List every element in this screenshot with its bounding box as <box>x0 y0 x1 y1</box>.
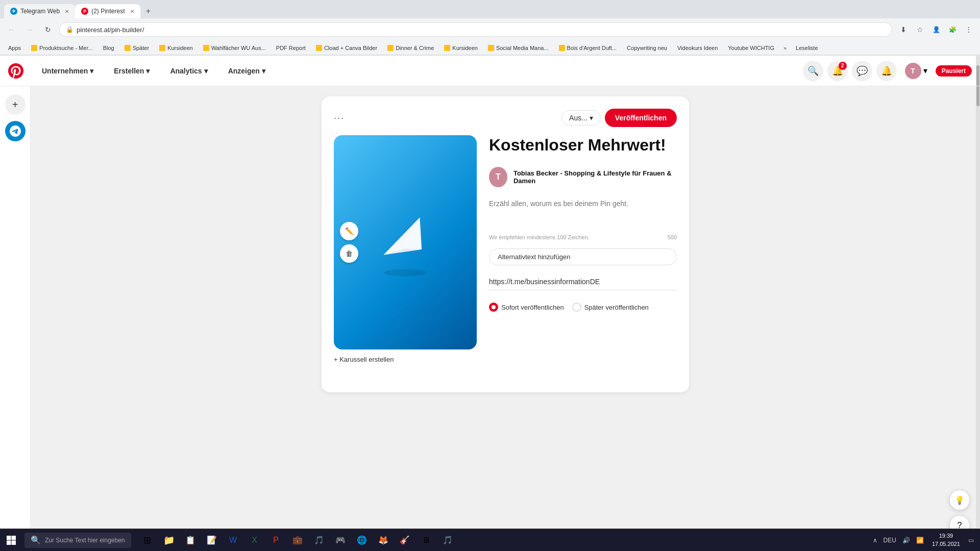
nav-erstellen-label: Erstellen <box>114 67 144 75</box>
sidebar-telegram-button[interactable] <box>5 121 26 141</box>
updates-button[interactable]: 🔔 <box>876 61 897 81</box>
nav-unternehmen-arrow: ▾ <box>90 67 93 75</box>
chrome-menu-button[interactable]: ⋮ <box>962 22 976 37</box>
taskbar-app10[interactable]: 🦊 <box>373 529 394 552</box>
scrollbar[interactable] <box>976 55 980 529</box>
publish-select-arrow: ▾ <box>590 114 593 122</box>
extensions-button[interactable]: 🧩 <box>945 22 960 37</box>
sidebar-add-button[interactable]: + <box>5 94 26 115</box>
bookmark-social[interactable]: Social Media Mana... <box>484 44 553 52</box>
taskbar-app2[interactable]: 📝 <box>202 529 222 552</box>
taskbar-app5[interactable]: P <box>266 529 286 552</box>
nav-erstellen-arrow: ▾ <box>146 67 150 75</box>
bookmark-kursideen2[interactable]: Kursideen <box>440 44 482 52</box>
taskbar-search[interactable]: 🔍 Zur Suche Text hier eingeben <box>24 533 131 548</box>
spater-radio[interactable] <box>572 303 581 312</box>
back-button[interactable]: ← <box>4 22 18 37</box>
browser-actions: ⬇ ☆ 👤 🧩 ⋮ <box>896 22 976 37</box>
new-tab-button[interactable]: + <box>142 5 155 17</box>
taskbar-app4[interactable]: X <box>244 529 265 552</box>
bookmark-spater[interactable]: Später <box>120 44 153 52</box>
nav-anzeigen[interactable]: Anzeigen ▾ <box>222 63 272 79</box>
nav-analytics-label: Analytics <box>170 67 202 75</box>
publish-select[interactable]: Aus... ▾ <box>561 110 601 126</box>
bookmark-blog[interactable]: Blog <box>99 44 118 52</box>
tab-pinterest[interactable]: P (2) Pinterest ✕ <box>75 4 140 18</box>
taskbar-app6[interactable]: 💼 <box>287 529 308 552</box>
taskbar-search-text: Zur Suche Text hier eingeben <box>45 537 125 544</box>
profile-button[interactable]: T ▾ <box>901 61 932 81</box>
taskbar-app12[interactable]: 🖥 <box>416 529 436 552</box>
folder-icon <box>159 45 165 51</box>
pinterest-logo[interactable] <box>8 63 23 79</box>
card-menu-button[interactable]: ··· <box>334 113 345 123</box>
folder-icon <box>125 45 131 51</box>
taskbar-app8[interactable]: 🎮 <box>330 529 351 552</box>
bookmark-dinner[interactable]: Dinner & Crime <box>383 44 438 52</box>
pinterest-app: Unternehmen ▾ Erstellen ▾ Analytics ▾ An… <box>0 56 980 551</box>
taskbar-clock[interactable]: 19:39 17.05.2021 <box>928 530 964 550</box>
sofort-option[interactable]: Sofort veröffentlichen <box>489 303 564 312</box>
taskbar-app9[interactable]: 🌐 <box>352 529 372 552</box>
task-view-button[interactable]: ⊞ <box>137 529 158 552</box>
download-button[interactable]: ⬇ <box>896 22 911 37</box>
folder-icon <box>31 45 37 51</box>
delete-image-button[interactable]: 🗑 <box>340 244 358 263</box>
start-button[interactable] <box>0 529 22 552</box>
taskbar-time-display: 19:39 <box>932 532 960 540</box>
bookmark-label: Videokurs Ideen <box>677 45 718 51</box>
board-name: Tobias Becker - Shopping & Lifestyle für… <box>513 169 677 185</box>
bookmark-youtube[interactable]: Youtube WICHTIG <box>724 44 778 52</box>
bookmark-apps[interactable]: Apps <box>4 44 25 52</box>
bookmark-apps-label: Apps <box>8 45 21 51</box>
svg-marker-1 <box>377 217 434 267</box>
card-actions: Aus... ▾ Veröffentlichen <box>561 109 677 127</box>
bookmark-videokurs[interactable]: Videokurs Ideen <box>673 44 722 52</box>
forward-button[interactable]: → <box>22 22 37 37</box>
messages-button[interactable]: 💬 <box>852 61 872 81</box>
bookmark-kursideen[interactable]: Kursideen <box>155 44 197 52</box>
taskbar-app11[interactable]: 🎸 <box>395 529 415 552</box>
bookmark-leseliste[interactable]: Leseliste <box>792 44 822 52</box>
bookmark-pdf[interactable]: PDF Report <box>272 44 310 52</box>
nav-analytics[interactable]: Analytics ▾ <box>164 63 213 79</box>
description-input[interactable] <box>489 199 677 230</box>
board-selector[interactable]: T Tobias Becker - Shopping & Lifestyle f… <box>489 163 677 191</box>
edit-image-button[interactable]: ✏️ <box>340 222 358 240</box>
tab-pinterest-close[interactable]: ✕ <box>130 9 134 14</box>
taskbar-app13[interactable]: 🎵 <box>437 529 458 552</box>
notifications-button[interactable]: 🔔 2 <box>827 61 848 81</box>
pin-image: ✏️ 🗑 <box>334 135 477 349</box>
nav-erstellen[interactable]: Erstellen ▾ <box>108 63 156 79</box>
taskbar-app1[interactable]: 📋 <box>180 529 201 552</box>
publish-button[interactable]: Veröffentlichen <box>605 109 677 127</box>
bookmark-cload[interactable]: Cload + Canva Bilder <box>312 44 381 52</box>
show-desktop[interactable]: ▭ <box>966 536 976 545</box>
profile-chrome-button[interactable]: 👤 <box>929 22 943 37</box>
folder-icon <box>444 45 450 51</box>
bookmark-button[interactable]: ☆ <box>913 22 927 37</box>
taskbar-app7[interactable]: 🎵 <box>309 529 329 552</box>
bookmark-produktsuche[interactable]: Produktsuche - Mer... <box>27 44 97 52</box>
file-explorer-button[interactable]: 📁 <box>159 529 179 552</box>
tab-telegram-close[interactable]: ✕ <box>65 9 69 14</box>
nav-chevron: ▾ <box>923 66 927 76</box>
sofort-radio[interactable] <box>489 303 498 312</box>
nav-unternehmen[interactable]: Unternehmen ▾ <box>36 63 100 79</box>
url-display: pinterest.at/pin-builder/ <box>77 26 886 34</box>
bookmarks-more[interactable]: » <box>780 44 790 52</box>
bookmark-wahlfacher[interactable]: Wahlfächer WU Aus... <box>199 44 270 52</box>
bookmark-copywriting[interactable]: Copywriting neu <box>623 44 671 52</box>
tab-telegram[interactable]: ✈ Telegram Web ✕ <box>4 4 75 18</box>
alt-text-button[interactable]: Alternativtext hinzufügen <box>489 248 677 265</box>
address-bar[interactable]: 🔒 pinterest.at/pin-builder/ <box>59 22 892 37</box>
notification-badge: 2 <box>839 62 847 70</box>
url-input[interactable] <box>489 273 677 290</box>
taskbar-app3[interactable]: W <box>223 529 243 552</box>
spater-option[interactable]: Später veröffentlichen <box>572 303 649 312</box>
refresh-button[interactable]: ↻ <box>41 22 55 37</box>
lightbulb-button[interactable]: 💡 <box>949 490 970 510</box>
bookmark-bois[interactable]: Bois d'Argent Duft... <box>555 44 621 52</box>
search-button[interactable]: 🔍 <box>803 61 823 81</box>
carousel-link[interactable]: + Karussell erstellen <box>334 356 477 363</box>
